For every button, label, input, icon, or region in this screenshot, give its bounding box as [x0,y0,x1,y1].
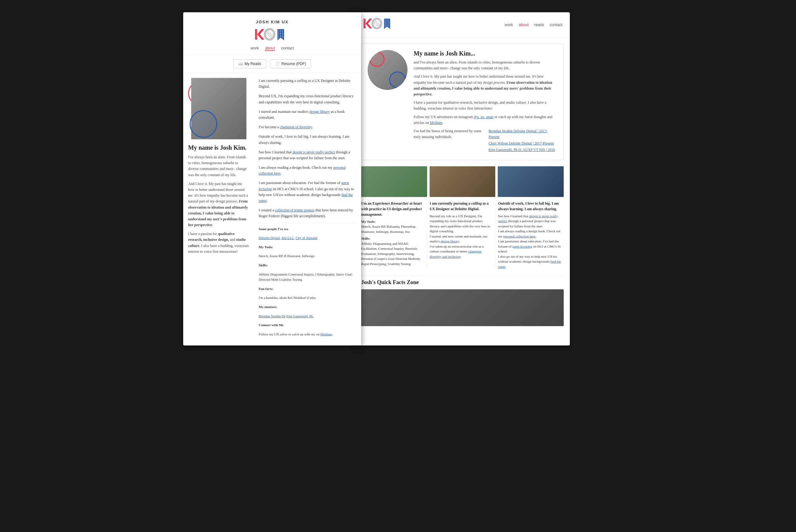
right-header: work about reads contact [355,12,570,37]
medium-link[interactable]: Medium [430,120,442,125]
mentors-section: I've had the honor of being mentored by … [414,128,557,154]
svg-rect-12 [364,19,365,28]
quick-facts-image [361,289,564,326]
col2: I am currently pursuing a calling as a U… [427,201,496,269]
about-para1: and I've always been an alien. From isla… [414,59,557,71]
tennis-posters-link[interactable]: collection of tennis posters [275,208,315,212]
col2-para2: I started, and now curate and maintain, … [430,234,493,244]
skills-heading: Skills: [259,263,356,268]
about-heading: My name is Josh Kim... [414,50,557,57]
about-para4: Follow my UX adventures on instagram @a_… [414,114,557,126]
instagram-link[interactable]: @a_ux_apart [474,115,493,119]
photo-2 [430,166,496,197]
svg-line-17 [373,20,380,27]
col3-para2: I am always reading a design book. Check… [498,229,561,239]
nav-reads-right[interactable]: reads [534,22,544,27]
connect-heading: Connect with Me [259,322,356,328]
page-left: JOSH KIM UX [183,12,361,345]
col3-para1: See how I learned that design is never r… [498,213,561,229]
col2-para1: Beyond my role as a UX Designer, I'm exp… [430,213,493,234]
three-col: I'm an Experience Researcher at heart wi… [361,197,564,269]
logo-left [189,27,355,43]
col2-heading: I am currently pursuing a calling as a U… [430,201,493,212]
quick-facts: Josh's Quick Facts Zone [361,275,564,326]
pages-container: JOSH KIM UX [183,12,613,345]
find-the-ropes-link-left[interactable]: find the ropes [259,193,353,203]
design-never-perfect-right[interactable]: design is never really perfect [498,214,558,223]
col1-tools: Sketch, Axure RP, Balsamiq, Photoshop, I… [361,224,424,234]
col3-heading: Outside of work, I love to fail big. I a… [498,201,561,212]
left-nav: work about contact [189,46,355,51]
col3-para3: I am passionate about education. I've ha… [498,239,561,254]
mentors-heading: My mentors: [259,304,356,310]
svg-line-5 [266,31,274,38]
main-para1: I am currently pursuing a calling as a U… [259,78,356,90]
people-list: Deloitte Digital, Altr LLC, City of Alex… [259,235,356,241]
guest-lecturing-link[interactable]: guest lecturing [259,181,349,191]
about-para2: And I love it. My past has taught me how… [414,74,557,97]
about-para3: I have a passion for qualitative researc… [414,100,557,111]
main-para5: Outside of work, I love to fail big. I a… [259,134,356,146]
mentors-text: Brendan Strahm De Kim Gausepohl, Ph. [259,314,356,319]
left-header: JOSH KIM UX [183,12,361,55]
champion-link[interactable]: champion of diversity [280,125,312,129]
left-bio-section: My name is Josh Kim. I've always been an… [183,73,254,345]
champion-diversity-link[interactable]: champion diversity and inclusion [430,249,481,258]
about-profile-image [367,50,408,90]
nav-contact-left[interactable]: contact [281,46,294,51]
nav-contact-right[interactable]: contact [550,22,563,27]
nav-work-right[interactable]: work [505,22,513,27]
site-title: JOSH KIM UX [189,20,355,24]
nav-about-right[interactable]: about [518,22,529,27]
right-col-overflow: Some people I've wo Deloitte Digital, Al… [259,223,356,337]
bio-heading-left: My name is Josh Kim. [188,144,249,151]
skills-text: Affinity Diagrammin Contextual Inquiry, … [259,272,356,283]
mentor2: Chris Wilson Deloitte Digital | 2017-Pre… [489,140,557,146]
design-never-perfect-link[interactable]: design is never really perfect [292,150,335,154]
mentors-intro: I've had the honor of being mentored by … [414,128,482,140]
left-content: My name is Josh Kim. I've always been an… [183,73,361,345]
col3: Outside of work, I love to fail big. I a… [496,201,564,269]
svg-marker-1 [257,29,264,40]
nav-work-left[interactable]: work [250,46,259,51]
left-bio-text: My name is Josh Kim. I've always been an… [188,144,249,255]
photo-3 [498,166,564,197]
quick-facts-heading: Josh's Quick Facts Zone [361,279,564,286]
design-library-link[interactable]: design library [309,110,329,114]
svg-rect-0 [255,29,257,40]
photo-1 [361,166,427,197]
page-right: work about reads contact My name is Josh… [355,12,570,345]
main-para3: I started and maintain our studio's desi… [259,109,356,120]
main-para6: See how I learned that design is never r… [259,149,356,161]
col1-skills: Affinity Diagramming and WAAD Facilitati… [361,241,424,267]
mentors-right: Brendan Strahm Deloitte Digital | 2017-P… [489,128,557,154]
col1-heading: I'm an Experience Researcher at heart wi… [361,201,424,217]
main-para4: I've become a champion of diversity. [259,124,356,130]
personal-collection-right[interactable]: personal collection here [503,234,535,238]
resume-button[interactable]: 📄 Resume (PDF) [270,59,311,69]
col3-para4: I also go out of my way to help new UX'e… [498,254,561,269]
fun-facts-text: I'm a kendoka, ukule Kei Nishikori (I pl… [259,295,356,301]
mentor3: Kim Gausepohl, Ph.D, AUXP VT NIS | 2016 [489,147,557,153]
profile-circle-blue-right [389,72,406,88]
people-heading: Some people I've wo [259,226,356,232]
circle-deco-blue [190,110,217,138]
nav-about-left[interactable]: about [265,46,275,51]
find-the-ropes-right[interactable]: find the ropes [498,260,561,268]
bio-para1-left: I've always been an alien. From islands … [188,154,249,178]
about-card: My name is Josh Kim... and I've always b… [361,43,564,160]
tools-heading: My Tools: [259,245,356,250]
main-text-section: I am currently pursuing a calling as a U… [254,73,361,345]
about-text: My name is Josh Kim... and I've always b… [414,50,557,154]
right-logo [362,17,396,32]
logo-svg-left [254,27,290,43]
bio-para2-left: And I love it. My past has taught me how… [188,181,249,228]
svg-marker-13 [365,19,372,28]
guest-lecturing-right[interactable]: guest lecturing [512,245,532,248]
logo-svg-right [362,17,396,31]
my-reads-button[interactable]: 📖 My Reads [233,59,266,69]
col1-skills-heading: Skills: [361,236,424,241]
connect-text: Follow my UX adver or catch up with my o… [259,332,356,337]
main-para7: I am always reading a design book. Check… [259,165,356,176]
book-icon: 📖 [239,62,243,66]
